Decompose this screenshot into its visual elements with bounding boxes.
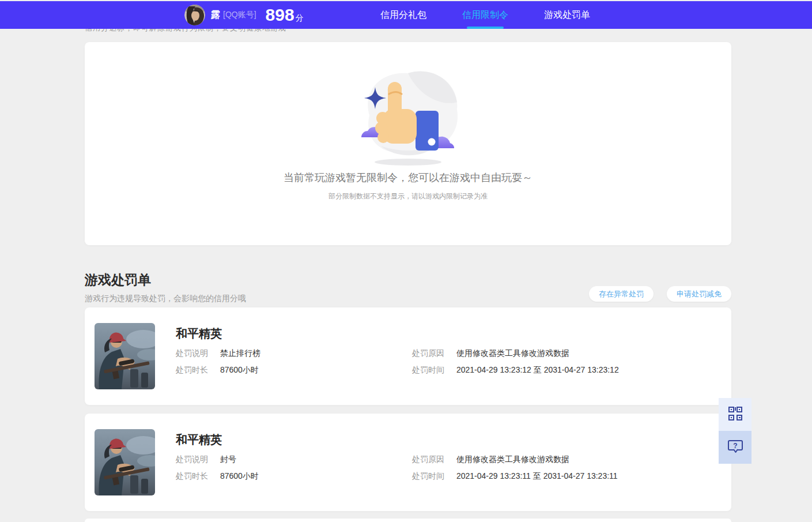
penalty-actions: 存在异常处罚 申请处罚减免 [589,286,731,302]
thumbs-up-illustration [348,61,469,167]
penalty-desc-label: 处罚说明 [176,455,218,465]
penalty-desc-field: 处罚说明 封号 [176,455,236,465]
account-type-label: [QQ账号] [223,10,256,20]
tab-game-penalty[interactable]: 游戏处罚单 [544,1,590,29]
penalty-time-value: 2021-04-29 13:23:11 至 2031-04-27 13:23:1… [456,471,618,480]
penalty-time-label: 处罚时间 [412,365,454,375]
penalty-reason-label: 处罚原因 [412,455,454,465]
floating-side-widget: ? [719,398,751,464]
penalty-time-label: 处罚时间 [412,471,454,482]
penalty-desc-value: 封号 [220,455,236,464]
abnormal-penalty-button[interactable]: 存在异常处罚 [589,286,654,302]
penalty-duration-value: 87600小时 [220,471,259,480]
credit-score-value: 898 [266,6,294,24]
penalty-reason-value: 使用修改器类工具修改游戏数据 [456,455,569,464]
credit-score: 898 分 [266,6,304,24]
penalty-section-header: 游戏处罚单 游戏行为违规导致处罚，会影响您的信用分哦 存在异常处罚 申请处罚减免 [85,271,731,303]
tab-credit-gift[interactable]: 信用分礼包 [380,1,426,29]
help-feedback-button[interactable]: ? [719,431,751,464]
tab-credit-restriction[interactable]: 信用限制令 [462,1,508,29]
no-restriction-message: 当前常玩游戏暂无限制令，您可以在游戏中自由玩耍～ [85,171,731,185]
next-penalty-card-edge [85,519,731,522]
penalty-reason-value: 使用修改器类工具修改游戏数据 [456,348,569,358]
svg-text:?: ? [733,442,737,450]
restriction-empty-panel: 当前常玩游戏暂无限制令，您可以在游戏中自由玩耍～ 部分限制数据不支持显示，请以游… [85,42,731,245]
game-thumbnail [95,429,155,495]
penalty-duration-field: 处罚时长 87600小时 [176,471,259,482]
penalty-reason-label: 处罚原因 [412,348,454,359]
penalty-card: 和平精英 处罚说明 封号 处罚原因 使用修改器类工具修改游戏数据 处罚时长 87… [85,414,731,511]
penalty-time-field: 处罚时间 2021-04-29 13:23:12 至 2031-04-27 13… [412,365,619,375]
game-title: 和平精英 [176,326,222,341]
penalty-desc-field: 处罚说明 禁止排行榜 [176,348,260,359]
penalty-card: 和平精英 处罚说明 禁止排行榜 处罚原因 使用修改器类工具修改游戏数据 处罚时长… [85,307,731,405]
help-bubble-icon: ? [727,438,744,456]
username: 露 [211,9,220,21]
penalty-time-value: 2021-04-29 13:23:12 至 2031-04-27 13:23:1… [456,365,619,374]
avatar [184,5,205,25]
penalty-duration-value: 87600小时 [220,365,259,374]
penalty-desc-label: 处罚说明 [176,348,218,359]
restriction-data-note: 部分限制数据不支持显示，请以游戏内限制记录为准 [85,191,731,201]
penalty-relief-button[interactable]: 申请处罚减免 [667,286,731,302]
penalty-reason-field: 处罚原因 使用修改器类工具修改游戏数据 [412,455,569,465]
game-thumbnail [95,323,155,389]
credit-score-unit: 分 [296,13,304,24]
penalty-reason-field: 处罚原因 使用修改器类工具修改游戏数据 [412,348,569,359]
header-nav: 信用分礼包 信用限制令 游戏处罚单 [380,1,590,29]
penalty-duration-label: 处罚时长 [176,365,218,375]
penalty-duration-label: 处罚时长 [176,471,218,482]
user-summary: 露 [QQ账号] 898 分 [184,5,304,25]
qr-code-button[interactable] [719,398,751,431]
penalty-time-field: 处罚时间 2021-04-29 13:23:11 至 2031-04-27 13… [412,471,618,482]
penalty-duration-field: 处罚时长 87600小时 [176,365,259,375]
game-title: 和平精英 [176,432,222,448]
header-bar: 露 [QQ账号] 898 分 信用分礼包 信用限制令 游戏处罚单 [0,1,812,29]
penalty-desc-value: 禁止排行榜 [220,348,260,358]
qr-code-icon [727,405,743,423]
